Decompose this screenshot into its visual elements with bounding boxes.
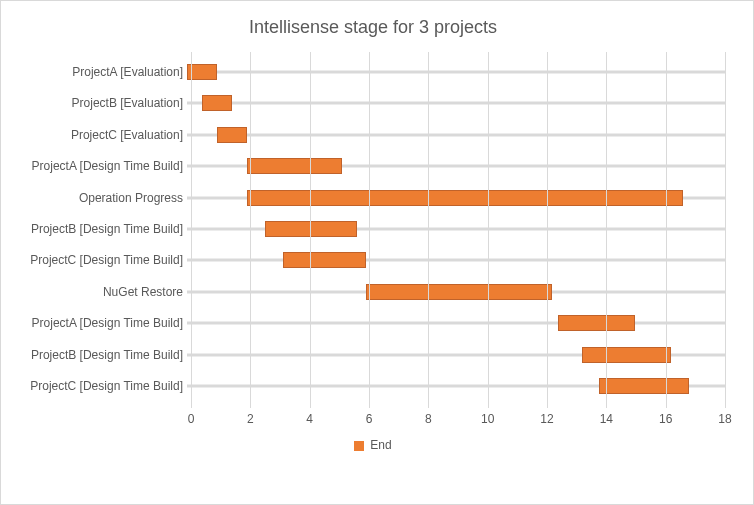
grid-line bbox=[666, 52, 667, 408]
bar-track bbox=[187, 219, 725, 239]
data-bar bbox=[283, 252, 367, 268]
bar-track bbox=[187, 188, 725, 208]
bar-track bbox=[187, 313, 725, 333]
category-label: ProjectA [Evaluation] bbox=[11, 65, 187, 79]
x-tick-label: 6 bbox=[366, 412, 373, 426]
x-tick-label: 12 bbox=[540, 412, 553, 426]
track-baseline bbox=[187, 70, 725, 73]
grid-line bbox=[191, 52, 192, 408]
chart-row: Operation Progress bbox=[11, 188, 725, 208]
chart-row: ProjectC [Design Time Build] bbox=[11, 376, 725, 396]
bar-track bbox=[187, 250, 725, 270]
plot-area: ProjectA [Evaluation]ProjectB [Evaluatio… bbox=[191, 52, 725, 432]
x-tick-label: 0 bbox=[188, 412, 195, 426]
x-tick-label: 4 bbox=[306, 412, 313, 426]
track-baseline bbox=[187, 133, 725, 136]
legend: End bbox=[11, 438, 735, 452]
bar-track bbox=[187, 93, 725, 113]
data-bar bbox=[202, 95, 232, 111]
category-label: ProjectA [Design Time Build] bbox=[11, 316, 187, 330]
category-label: ProjectC [Design Time Build] bbox=[11, 253, 187, 267]
x-tick-label: 16 bbox=[659, 412, 672, 426]
grid-line bbox=[428, 52, 429, 408]
x-axis: 024681012141618 bbox=[191, 408, 725, 432]
grid-line bbox=[369, 52, 370, 408]
bar-rows: ProjectA [Evaluation]ProjectB [Evaluatio… bbox=[11, 56, 725, 402]
chart-row: ProjectB [Design Time Build] bbox=[11, 345, 725, 365]
legend-swatch-icon bbox=[354, 441, 364, 451]
data-bar bbox=[265, 221, 358, 237]
bar-track bbox=[187, 125, 725, 145]
bar-track bbox=[187, 345, 725, 365]
bar-track bbox=[187, 156, 725, 176]
bar-track bbox=[187, 376, 725, 396]
chart-row: ProjectC [Design Time Build] bbox=[11, 250, 725, 270]
chart-title: Intellisense stage for 3 projects bbox=[11, 17, 735, 38]
chart-row: ProjectB [Design Time Build] bbox=[11, 219, 725, 239]
category-label: Operation Progress bbox=[11, 191, 187, 205]
data-bar bbox=[247, 158, 343, 174]
chart-row: ProjectC [Evaluation] bbox=[11, 125, 725, 145]
legend-label: End bbox=[370, 438, 391, 452]
track-baseline bbox=[187, 322, 725, 325]
bar-track bbox=[187, 282, 725, 302]
x-tick-label: 18 bbox=[718, 412, 731, 426]
data-bar bbox=[366, 284, 551, 300]
x-tick-label: 10 bbox=[481, 412, 494, 426]
x-tick-label: 14 bbox=[600, 412, 613, 426]
grid-line bbox=[547, 52, 548, 408]
category-label: ProjectB [Design Time Build] bbox=[11, 222, 187, 236]
chart-row: ProjectA [Design Time Build] bbox=[11, 313, 725, 333]
grid-line bbox=[250, 52, 251, 408]
data-bar bbox=[217, 127, 247, 143]
x-tick-label: 2 bbox=[247, 412, 254, 426]
category-label: ProjectB [Evaluation] bbox=[11, 96, 187, 110]
data-bar bbox=[247, 190, 683, 206]
chart-container: Intellisense stage for 3 projects Projec… bbox=[0, 0, 754, 505]
grid-line bbox=[725, 52, 726, 408]
grid-line bbox=[606, 52, 607, 408]
category-label: ProjectB [Design Time Build] bbox=[11, 348, 187, 362]
track-baseline bbox=[187, 259, 725, 262]
chart-row: ProjectA [Evaluation] bbox=[11, 62, 725, 82]
track-baseline bbox=[187, 102, 725, 105]
data-bar bbox=[599, 378, 689, 394]
chart-row: ProjectB [Evaluation] bbox=[11, 93, 725, 113]
chart-row: ProjectA [Design Time Build] bbox=[11, 156, 725, 176]
bar-track bbox=[187, 62, 725, 82]
data-bar bbox=[582, 347, 672, 363]
x-tick-label: 8 bbox=[425, 412, 432, 426]
grid-line bbox=[310, 52, 311, 408]
category-label: ProjectA [Design Time Build] bbox=[11, 159, 187, 173]
data-bar bbox=[558, 315, 636, 331]
category-label: NuGet Restore bbox=[11, 285, 187, 299]
category-label: ProjectC [Evaluation] bbox=[11, 128, 187, 142]
category-label: ProjectC [Design Time Build] bbox=[11, 379, 187, 393]
chart-row: NuGet Restore bbox=[11, 282, 725, 302]
grid-line bbox=[488, 52, 489, 408]
